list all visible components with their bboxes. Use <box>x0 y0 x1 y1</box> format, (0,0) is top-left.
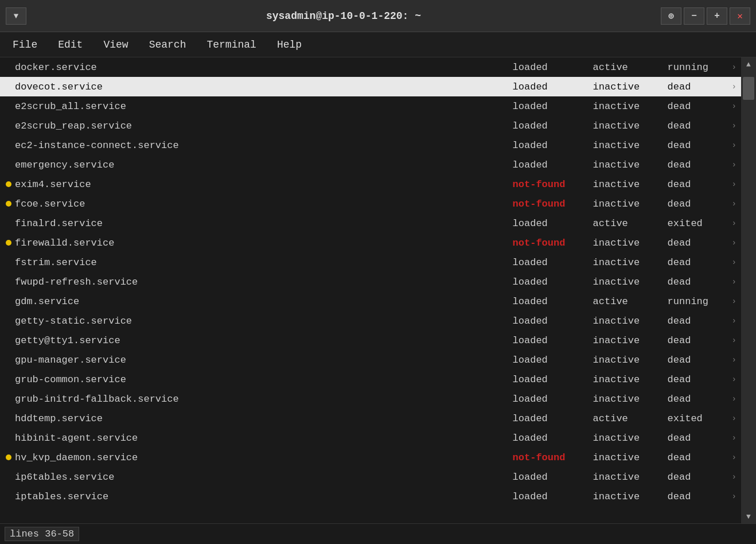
row-chevron-icon: › <box>732 63 736 72</box>
service-row[interactable]: ip6tables.serviceloadedinactivedead› <box>0 467 741 487</box>
service-name: grub-common.service <box>15 374 513 385</box>
service-row[interactable]: firewalld.servicenot-foundinactivedead› <box>0 233 741 252</box>
service-row[interactable]: grub-initrd-fallback.serviceloadedinacti… <box>0 389 741 409</box>
service-row[interactable]: e2scrub_reap.serviceloadedinactivedead› <box>0 116 741 135</box>
warning-dot <box>6 454 11 460</box>
new-tab-button[interactable]: ⊕ <box>661 7 681 25</box>
service-row[interactable]: fwupd-refresh.serviceloadedinactivedead› <box>0 272 741 292</box>
service-sub: dead <box>668 160 731 170</box>
service-active: inactive <box>593 121 668 131</box>
service-row[interactable]: hddtemp.serviceloadedactiveexited› <box>0 409 741 428</box>
maximize-button[interactable]: + <box>707 7 727 25</box>
service-load: loaded <box>513 160 593 170</box>
service-sub: dead <box>668 433 731 444</box>
minimize-button[interactable]: − <box>684 7 704 25</box>
scroll-up-button[interactable]: ▲ <box>742 57 755 71</box>
service-active: inactive <box>593 277 668 287</box>
menu-item-search[interactable]: Search <box>146 37 190 53</box>
service-active: inactive <box>593 374 668 385</box>
service-name: hddtemp.service <box>15 413 513 424</box>
service-row[interactable]: exim4.servicenot-foundinactivedead› <box>0 174 741 194</box>
service-name: fstrim.service <box>15 257 513 268</box>
service-name: getty-static.service <box>15 316 513 327</box>
service-row[interactable]: fcoe.servicenot-foundinactivedead› <box>0 194 741 213</box>
service-row[interactable]: finalrd.serviceloadedactiveexited› <box>0 213 741 233</box>
service-list: docker.serviceloadedactiverunning›doveco… <box>0 57 741 523</box>
service-active: inactive <box>593 179 668 190</box>
dot-indicator <box>2 181 15 187</box>
service-row[interactable]: gpu-manager.serviceloadedinactivedead› <box>0 350 741 370</box>
dropdown-button[interactable]: ▼ <box>6 7 26 25</box>
service-load: loaded <box>513 413 593 424</box>
close-button[interactable]: ✕ <box>730 7 750 25</box>
service-name: docker.service <box>15 62 513 73</box>
warning-dot <box>6 240 11 246</box>
menu-item-help[interactable]: Help <box>274 37 305 53</box>
service-row[interactable]: dovecot.serviceloadedinactivedead› <box>0 77 741 96</box>
scroll-down-button[interactable]: ▼ <box>742 510 755 523</box>
service-row[interactable]: emergency.serviceloadedinactivedead› <box>0 155 741 174</box>
service-row[interactable]: grub-common.serviceloadedinactivedead› <box>0 370 741 389</box>
service-active: inactive <box>593 257 668 268</box>
service-active: inactive <box>593 472 668 483</box>
row-chevron-icon: › <box>732 453 736 462</box>
service-row[interactable]: hibinit-agent.serviceloadedinactivedead› <box>0 428 741 448</box>
service-row[interactable]: e2scrub_all.serviceloadedinactivedead› <box>0 96 741 116</box>
service-active: active <box>593 296 668 307</box>
service-active: inactive <box>593 316 668 327</box>
service-sub: dead <box>668 394 731 405</box>
row-chevron-icon: › <box>732 472 736 481</box>
row-chevron-icon: › <box>732 414 736 423</box>
service-load: loaded <box>513 140 593 151</box>
service-load: not-found <box>513 452 593 463</box>
service-row[interactable]: iptables.serviceloadedinactivedead› <box>0 487 741 506</box>
service-load: not-found <box>513 238 593 248</box>
dropdown-arrow-icon: ▼ <box>14 11 18 21</box>
service-load: not-found <box>513 199 593 209</box>
service-load: loaded <box>513 335 593 346</box>
row-chevron-icon: › <box>732 121 736 130</box>
service-sub: dead <box>668 81 731 92</box>
service-name: iptables.service <box>15 491 513 502</box>
service-row[interactable]: ec2-instance-connect.serviceloadedinacti… <box>0 135 741 155</box>
menu-item-terminal[interactable]: Terminal <box>203 37 259 53</box>
service-active: inactive <box>593 335 668 346</box>
service-row[interactable]: getty@tty1.serviceloadedinactivedead› <box>0 331 741 350</box>
menu-bar: FileEditViewSearchTerminalHelp <box>0 32 756 57</box>
scroll-track[interactable] <box>742 71 755 510</box>
service-name: emergency.service <box>15 160 513 170</box>
service-row[interactable]: gdm.serviceloadedactiverunning› <box>0 292 741 311</box>
service-load: loaded <box>513 394 593 405</box>
service-row[interactable]: fstrim.serviceloadedinactivedead› <box>0 252 741 272</box>
service-row[interactable]: getty-static.serviceloadedinactivedead› <box>0 311 741 331</box>
row-chevron-icon: › <box>732 492 736 501</box>
service-sub: dead <box>668 199 731 209</box>
menu-item-file[interactable]: File <box>9 37 41 53</box>
service-load: loaded <box>513 101 593 112</box>
scroll-thumb[interactable] <box>743 77 754 100</box>
service-load: loaded <box>513 355 593 366</box>
service-active: inactive <box>593 433 668 444</box>
service-active: inactive <box>593 199 668 209</box>
service-load: loaded <box>513 296 593 307</box>
service-row[interactable]: docker.serviceloadedactiverunning› <box>0 57 741 77</box>
service-load: loaded <box>513 433 593 444</box>
service-sub: running <box>668 296 731 307</box>
service-row[interactable]: hv_kvp_daemon.servicenot-foundinactivede… <box>0 448 741 467</box>
service-active: inactive <box>593 355 668 366</box>
service-sub: dead <box>668 257 731 268</box>
service-name: gpu-manager.service <box>15 355 513 366</box>
status-bar: lines 36-58 <box>0 523 756 544</box>
service-sub: dead <box>668 491 731 502</box>
service-sub: dead <box>668 140 731 151</box>
service-load: loaded <box>513 316 593 327</box>
service-sub: dead <box>668 179 731 190</box>
menu-item-view[interactable]: View <box>100 37 131 53</box>
menu-item-edit[interactable]: Edit <box>54 37 86 53</box>
service-load: loaded <box>513 121 593 131</box>
scrollbar[interactable]: ▲ ▼ <box>741 57 756 523</box>
service-name: hibinit-agent.service <box>15 433 513 444</box>
row-chevron-icon: › <box>732 238 736 247</box>
service-active: active <box>593 413 668 424</box>
title-bar: ▼ sysadmin@ip-10-0-1-220: ~ ⊕ − + ✕ <box>0 0 756 32</box>
